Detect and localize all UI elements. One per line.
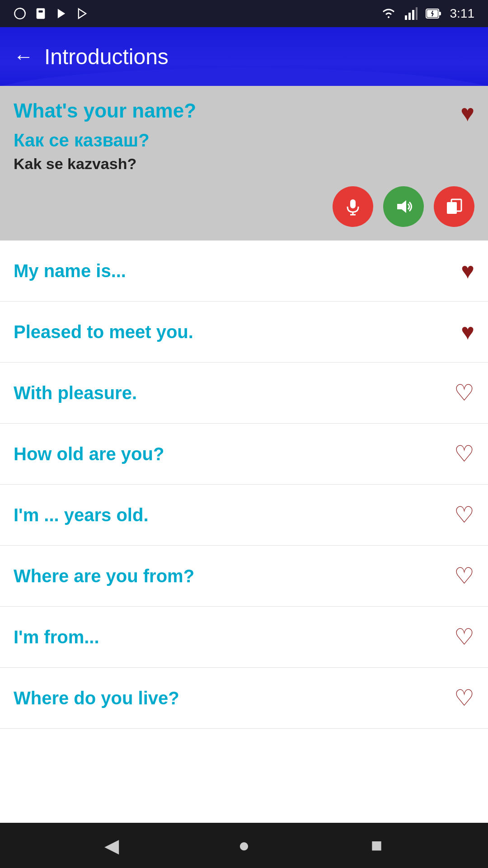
action-buttons [14, 186, 474, 231]
app-bar: ← Introductions [0, 27, 488, 86]
speaker-icon [394, 198, 413, 216]
status-icons-right: 3:11 [380, 6, 475, 21]
svg-rect-1 [37, 8, 45, 19]
phrase-text: Where do you live? [14, 688, 454, 708]
phrase-text: My name is... [14, 261, 461, 281]
phrase-text: Where are you from? [14, 566, 454, 586]
svg-marker-4 [79, 9, 86, 19]
wifi-icon [380, 7, 397, 20]
copy-icon [445, 198, 463, 216]
phrase-list: My name is...♥Pleased to meet you.♥With … [0, 241, 488, 823]
svg-rect-10 [439, 12, 441, 15]
phrase-favorite-button[interactable]: ♡ [454, 502, 474, 528]
phrase-text: I'm from... [14, 627, 454, 647]
phrase-favorite-button[interactable]: ♥ [461, 319, 474, 345]
phrase-item[interactable]: My name is...♥ [0, 241, 488, 302]
phrase-text: Pleased to meet you. [14, 322, 461, 342]
microphone-button[interactable] [333, 186, 373, 227]
phrase-item[interactable]: Pleased to meet you.♥ [0, 302, 488, 363]
svg-rect-15 [350, 199, 356, 208]
featured-card: What's your name? ♥ Как се казваш? Kak s… [0, 86, 488, 241]
svg-rect-6 [408, 13, 411, 20]
spinner-icon [14, 7, 26, 20]
signal-icon [405, 7, 418, 20]
microphone-icon [344, 198, 362, 216]
battery-icon [426, 7, 442, 20]
nav-home-button[interactable]: ● [230, 832, 258, 859]
bottom-nav: ◀ ● ■ [0, 823, 488, 868]
phrase-item[interactable]: I'm from...♡ [0, 607, 488, 668]
svg-rect-8 [416, 7, 418, 20]
phrase-favorite-button[interactable]: ♥ [461, 258, 474, 284]
page-title: Introductions [44, 44, 169, 69]
featured-english-text: What's your name? [14, 99, 474, 122]
featured-favorite-button[interactable]: ♥ [460, 99, 474, 127]
status-icons-left [14, 7, 89, 20]
phrase-favorite-button[interactable]: ♡ [454, 624, 474, 650]
featured-native-text: Как се казваш? [14, 130, 474, 151]
svg-rect-7 [412, 10, 414, 20]
nav-back-button[interactable]: ◀ [98, 832, 125, 859]
featured-transliteration-text: Kak se kazvash? [14, 155, 474, 173]
phrase-item[interactable]: Where are you from?♡ [0, 546, 488, 607]
phrase-favorite-button[interactable]: ♡ [454, 380, 474, 406]
phrase-favorite-button[interactable]: ♡ [454, 685, 474, 711]
phrase-item[interactable]: Where do you live?♡ [0, 668, 488, 729]
status-bar: 3:11 [0, 0, 488, 27]
phrase-favorite-button[interactable]: ♡ [454, 563, 474, 589]
svg-marker-3 [58, 9, 65, 19]
phrase-text: With pleasure. [14, 383, 454, 403]
phrase-item[interactable]: With pleasure.♡ [0, 363, 488, 424]
svg-rect-5 [405, 15, 407, 20]
phrase-text: I'm ... years old. [14, 505, 454, 525]
sim-icon [34, 7, 47, 20]
svg-marker-18 [397, 200, 406, 213]
media-icon [55, 7, 68, 20]
time-display: 3:11 [450, 6, 475, 21]
play-icon [76, 7, 89, 20]
copy-button[interactable] [434, 186, 474, 227]
phrase-item[interactable]: How old are you?♡ [0, 424, 488, 485]
nav-recent-button[interactable]: ■ [363, 832, 390, 859]
speaker-button[interactable] [383, 186, 424, 227]
back-button[interactable]: ← [14, 47, 33, 66]
phrase-item[interactable]: I'm ... years old.♡ [0, 485, 488, 546]
phrase-text: How old are you? [14, 444, 454, 464]
svg-rect-2 [38, 10, 42, 13]
phrase-favorite-button[interactable]: ♡ [454, 441, 474, 467]
